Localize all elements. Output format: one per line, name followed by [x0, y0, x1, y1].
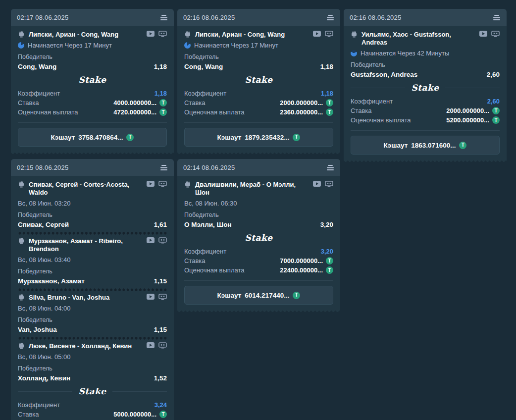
coefficient-value: 3,20: [321, 247, 333, 256]
cashout-button[interactable]: Кэшаут 3758.470864... T: [18, 128, 167, 147]
coefficient-label: Коэффициент: [184, 247, 226, 256]
stake-amount: 2000.000000...: [446, 106, 489, 115]
coefficient-value: 1,18: [321, 89, 333, 98]
cashout-amount: 6014.217440...: [245, 292, 289, 299]
tether-icon: T: [492, 107, 500, 114]
match-tracker-icon[interactable]: [158, 31, 167, 37]
cashout-label: Кэшаут: [51, 134, 75, 141]
board-column-2: 02:16 08.06.2025 Липски, Ариан - Cong, W…: [177, 9, 340, 313]
live-stream-icon[interactable]: [313, 181, 321, 187]
leg-perforation: [18, 288, 167, 292]
bet-card: 02:15 08.06.2025 Спивак, Сергей - Cortes…: [11, 159, 174, 420]
brand-divider: Stake: [184, 233, 333, 243]
live-stream-icon[interactable]: [147, 181, 155, 187]
payout-amount: 4720.000000...: [113, 107, 156, 117]
ticket-edge: [11, 153, 174, 155]
stake-logo: Stake: [78, 386, 106, 396]
start-time-row: Начинается Через 17 Минут: [184, 42, 333, 49]
cashout-button[interactable]: Кэшаут 1879.235432... T: [184, 128, 333, 147]
match-name: Спивак, Сергей - Cortes-Acosta, Waldo: [29, 181, 143, 197]
stake-label: Ставка: [18, 410, 39, 419]
match-name: Двалишвили, Мераб - О Мэлли, Шон: [195, 181, 309, 197]
market-label: Победитель: [18, 53, 167, 60]
payout-amount: 5200.000000...: [446, 115, 489, 125]
bet-leg: Липски, Ариан - Cong, Wang Начинается Че…: [18, 31, 167, 70]
live-stream-icon[interactable]: [147, 237, 155, 244]
cashout-label: Кэшаут: [217, 134, 242, 141]
payout-label: Оценочная выплата: [184, 107, 244, 117]
match-tracker-icon[interactable]: [325, 181, 333, 187]
bet-leg: Спивак, Сергей - Cortes-Acosta, Waldo Вс…: [18, 181, 167, 228]
stake-label: Ставка: [184, 256, 206, 265]
tether-icon: T: [326, 266, 333, 274]
stake-amount: 2000.000000...: [280, 98, 323, 107]
countdown-clock-icon: [351, 50, 357, 56]
bet-card-header: 02:15 08.06.2025: [11, 159, 174, 176]
bet-card-body: Двалишвили, Мераб - О Мэлли, Шон Вс, 08 …: [177, 176, 340, 311]
selection-odds: 2,60: [487, 71, 500, 78]
stake-logo: Stake: [245, 75, 272, 85]
bet-card-body: Уильямс, Хаос - Gustafsson, Andreas Начи…: [344, 26, 507, 160]
brand-divider: Stake: [18, 75, 167, 85]
match-tracker-icon[interactable]: [158, 237, 167, 244]
start-time-text: Начинается Через 17 Минут: [28, 42, 112, 49]
brand-divider: Stake: [18, 386, 167, 396]
coefficient-label: Коэффициент: [184, 89, 226, 98]
coefficient-label: Коэффициент: [18, 89, 60, 98]
match-name: Липски, Ариан - Cong, Wang: [195, 31, 309, 39]
cashout-amount: 1879.235432...: [245, 134, 289, 141]
bet-options-icon[interactable]: [160, 14, 168, 21]
bet-card-header: 02:17 08.06.2025: [11, 9, 174, 26]
stake-amount: 4000.000000...: [113, 98, 156, 107]
live-stream-icon[interactable]: [147, 294, 155, 300]
tether-icon: T: [326, 257, 333, 264]
bet-card: 02:14 08.06.2025 Двалишвили, Мераб - О М…: [177, 159, 340, 313]
mma-gloves-icon: [184, 181, 191, 188]
start-time-text: Вс, 08 Июн. 05:00: [18, 353, 71, 361]
start-time-text: Начинается Через 42 Минуты: [361, 50, 449, 57]
selection-name: О Мэлли, Шон: [184, 221, 232, 228]
live-stream-icon[interactable]: [147, 31, 155, 37]
cashout-label: Кэшаут: [217, 292, 242, 299]
live-stream-icon[interactable]: [147, 342, 155, 349]
bet-leg: Люке, Висенте - Холланд, Кевин Вс, 08 Ию…: [18, 342, 167, 382]
coefficient-label: Коэффициент: [18, 400, 60, 410]
match-tracker-icon[interactable]: [158, 181, 167, 187]
bet-options-icon[interactable]: [326, 164, 334, 171]
leg-perforation: [18, 336, 167, 340]
mma-gloves-icon: [18, 343, 25, 349]
bet-timestamp: 02:14 08.06.2025: [183, 164, 235, 171]
match-tracker-icon[interactable]: [158, 294, 167, 300]
bet-timestamp: 02:17 08.06.2025: [17, 14, 68, 21]
selection-odds: 1,18: [320, 63, 333, 70]
market-label: Победитель: [18, 268, 167, 275]
divider: [184, 122, 333, 123]
bet-options-icon[interactable]: [160, 164, 168, 171]
match-tracker-icon[interactable]: [325, 31, 333, 37]
bet-leg: Silva, Bruno - Van, Joshua Вс, 08 Июн. 0…: [18, 294, 167, 333]
mma-gloves-icon: [351, 31, 358, 38]
tether-icon: T: [126, 134, 134, 141]
start-time-row: Вс, 08 Июн. 03:40: [18, 256, 167, 263]
bet-card-header: 02:14 08.06.2025: [177, 159, 340, 176]
stake-logo: Stake: [78, 75, 106, 85]
start-time-text: Вс, 08 Июн. 03:40: [18, 256, 71, 263]
bet-card-header: 02:16 08.06.2025: [344, 9, 507, 26]
bet-timestamp: 02:16 08.06.2025: [183, 14, 235, 21]
bet-card-header: 02:16 08.06.2025: [177, 9, 340, 26]
market-label: Победитель: [18, 211, 167, 218]
cashout-button[interactable]: Кэшаут 6014.217440... T: [184, 286, 333, 305]
bet-options-icon[interactable]: [493, 14, 501, 21]
cashout-button[interactable]: Кэшаут 1863.071600... T: [351, 136, 500, 155]
bet-leg: Уильямс, Хаос - Gustafsson, Andreas Начи…: [351, 31, 500, 78]
live-stream-icon[interactable]: [313, 31, 321, 37]
match-name: Мурзаканов, Азамат - Ribeiro, Brendson: [29, 237, 143, 253]
stake-logo: Stake: [411, 83, 439, 93]
live-stream-icon[interactable]: [479, 31, 487, 37]
match-tracker-icon[interactable]: [158, 342, 167, 349]
stake-logo: Stake: [245, 233, 272, 243]
start-time-row: Вс, 08 Июн. 05:00: [18, 353, 167, 361]
bet-options-icon[interactable]: [326, 14, 334, 21]
market-label: Победитель: [184, 53, 333, 60]
match-tracker-icon[interactable]: [491, 31, 500, 37]
